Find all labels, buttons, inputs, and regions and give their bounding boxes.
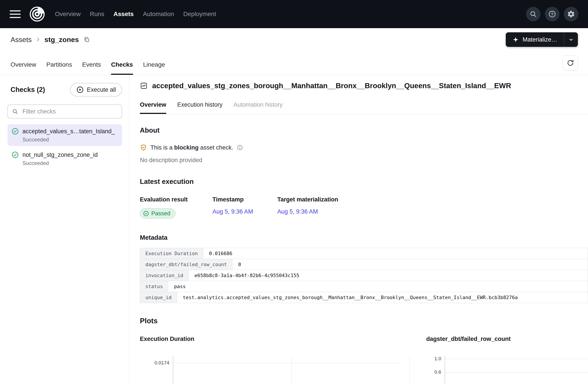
info-icon[interactable] xyxy=(237,145,243,151)
help-icon: ? xyxy=(548,10,556,18)
timestamp-link[interactable]: Aug 5, 9:36 AM xyxy=(212,208,253,215)
evaluation-result-label: Evaluation result xyxy=(140,196,212,203)
check-list-item-accepted-values[interactable]: accepted_values_s…taten_Island_ Succeede… xyxy=(7,124,122,146)
materialize-button[interactable]: Materialize… xyxy=(506,32,564,47)
metadata-value: e658b8c8-3a1a-4b4f-82b6-4c955043c155 xyxy=(189,270,588,281)
metadata-value: test.analytics.accepted_values_stg_zones… xyxy=(177,292,588,303)
primary-nav: Overview Runs Assets Automation Deployme… xyxy=(55,11,216,18)
top-nav-bar: Overview Runs Assets Automation Deployme… xyxy=(0,0,588,28)
target-materialization-label: Target materialization xyxy=(277,196,338,203)
metadata-row: dagster_dbt/failed_row_count 0 xyxy=(140,259,588,270)
chart-title: Execution Duration xyxy=(140,336,402,342)
metadata-key: status xyxy=(140,281,168,292)
search-button[interactable] xyxy=(526,7,541,21)
metadata-row: Execution Duration 0.016686 xyxy=(140,248,588,259)
check-list-item-not-null[interactable]: not_null_stg_zones_zone_id Succeeded xyxy=(7,148,122,170)
materialize-label: Materialize… xyxy=(523,36,557,43)
metadata-key: Execution Duration xyxy=(140,248,203,259)
evaluation-result-column: Evaluation result Passed xyxy=(140,196,212,219)
about-heading: About xyxy=(140,127,588,134)
check-name: accepted_values_s…taten_Island_ xyxy=(22,128,115,135)
metadata-key: dagster_dbt/failed_row_count xyxy=(140,259,232,270)
passed-status-badge: Passed xyxy=(140,208,175,219)
copy-icon xyxy=(83,36,90,43)
nav-item-overview[interactable]: Overview xyxy=(55,11,81,18)
search-icon xyxy=(12,108,19,115)
chevron-down-icon xyxy=(568,37,574,43)
metadata-row: invocation_id e658b8c8-3a1a-4b4f-82b6-4c… xyxy=(140,270,588,281)
metadata-row: unique_id test.analytics.accepted_values… xyxy=(140,292,588,303)
refresh-button[interactable] xyxy=(563,55,578,70)
asset-tabs: Overview Partitions Events Checks Lineag… xyxy=(11,55,165,75)
execute-all-button[interactable]: Execute all xyxy=(70,83,122,97)
chart-plot-area xyxy=(445,356,588,384)
check-name: not_null_stg_zones_zone_id xyxy=(22,151,98,158)
search-icon xyxy=(529,10,537,18)
help-button[interactable]: ? xyxy=(545,7,559,21)
asset-header-row: Assets stg_zones Materialize… xyxy=(0,28,588,51)
materialize-split-button: Materialize… xyxy=(506,32,578,47)
execution-duration-chart: Execution Duration 0.0174 xyxy=(140,336,402,384)
latest-execution-heading: Latest execution xyxy=(140,178,588,186)
topbar-actions: ? xyxy=(526,7,578,21)
svg-text:?: ? xyxy=(551,12,553,17)
dagster-logo[interactable] xyxy=(29,6,45,22)
metadata-value: 0 xyxy=(232,259,588,270)
check-list: accepted_values_s…taten_Island_ Succeede… xyxy=(7,124,122,170)
materialize-dropdown-button[interactable] xyxy=(564,32,578,47)
check-detail-panel: accepted_values_stg_zones_borough__Manha… xyxy=(129,75,588,384)
play-circle-icon xyxy=(76,86,84,93)
checks-sidebar: Checks (2) Execute all xyxy=(0,75,129,384)
refresh-icon xyxy=(567,59,574,67)
chart-plot-area xyxy=(173,356,402,384)
check-status: Succeeded xyxy=(22,160,118,166)
tab-events[interactable]: Events xyxy=(82,55,101,75)
check-tab-execution-history[interactable]: Execution history xyxy=(177,101,223,114)
nav-item-deployment[interactable]: Deployment xyxy=(183,11,216,18)
nav-item-assets[interactable]: Assets xyxy=(113,11,134,18)
gear-icon xyxy=(567,10,575,18)
breadcrumb-assets-link[interactable]: Assets xyxy=(11,36,32,44)
execute-all-label: Execute all xyxy=(87,86,116,93)
metadata-key: invocation_id xyxy=(140,270,189,281)
hamburger-menu-icon[interactable] xyxy=(10,10,21,18)
plots-heading: Plots xyxy=(140,317,588,325)
latest-execution-grid: Evaluation result Passed Timestamp Aug 5… xyxy=(140,196,588,219)
sparkle-icon xyxy=(512,36,519,43)
check-tab-overview[interactable]: Overview xyxy=(140,101,166,114)
tab-partitions[interactable]: Partitions xyxy=(46,55,72,75)
blocking-info-row: This is a blocking asset check. xyxy=(140,144,588,151)
tab-checks[interactable]: Checks xyxy=(111,55,133,75)
timestamp-column: Timestamp Aug 5, 9:36 AM xyxy=(212,196,277,219)
y-axis-tick: 0.6 xyxy=(435,369,441,375)
shield-check-icon xyxy=(140,144,147,151)
y-axis-tick: 1.0 xyxy=(435,356,441,362)
blocking-sentence: This is a blocking asset check. xyxy=(150,144,233,151)
checks-count-heading: Checks (2) xyxy=(11,86,45,94)
asset-name: stg_zones xyxy=(44,36,79,44)
filter-checks-container xyxy=(7,105,122,119)
settings-button[interactable] xyxy=(564,7,578,21)
metadata-row: status pass xyxy=(140,281,588,292)
content-area: Checks (2) Execute all xyxy=(0,75,588,384)
timestamp-label: Timestamp xyxy=(212,196,277,203)
filter-checks-input[interactable] xyxy=(7,105,122,119)
check-tabs: Overview Execution history Automation hi… xyxy=(140,101,588,114)
nav-item-automation[interactable]: Automation xyxy=(143,11,174,18)
check-tab-automation-history[interactable]: Automation history xyxy=(233,101,283,114)
tab-lineage[interactable]: Lineage xyxy=(143,55,165,75)
check-circle-icon xyxy=(11,128,19,135)
failed-row-count-chart: dagster_dbt/failed_row_count 1.0 0.6 xyxy=(426,336,588,384)
asset-tabs-row: Overview Partitions Events Checks Lineag… xyxy=(0,51,588,75)
copy-asset-name-button[interactable] xyxy=(83,35,91,44)
breadcrumb: Assets stg_zones xyxy=(11,35,91,44)
chevron-right-icon xyxy=(35,37,41,43)
target-materialization-link[interactable]: Aug 5, 9:36 AM xyxy=(277,208,318,215)
check-title-row: accepted_values_stg_zones_borough__Manha… xyxy=(140,82,588,90)
nav-item-runs[interactable]: Runs xyxy=(90,11,104,18)
target-materialization-column: Target materialization Aug 5, 9:36 AM xyxy=(277,196,338,219)
chart-title: dagster_dbt/failed_row_count xyxy=(426,336,588,342)
metadata-heading: Metadata xyxy=(140,234,588,241)
no-description-text: No description provided xyxy=(140,157,588,164)
tab-overview[interactable]: Overview xyxy=(11,55,36,75)
